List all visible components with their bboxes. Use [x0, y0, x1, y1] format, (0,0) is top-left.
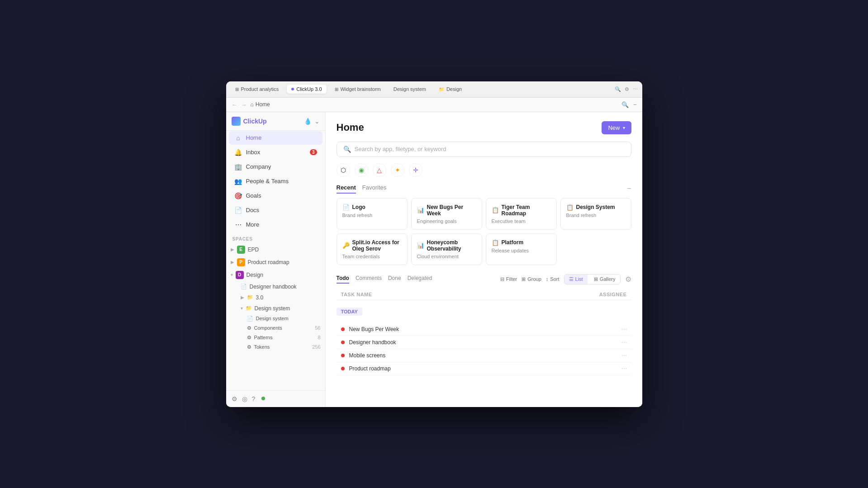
space-design[interactable]: ▾ D Design	[226, 269, 325, 281]
app-icon-github[interactable]: ⬡	[337, 163, 350, 177]
app-icon-add[interactable]: ✛	[409, 163, 422, 177]
search-bar-icon[interactable]: 🔍	[621, 101, 629, 108]
sort-icon: ↕	[546, 276, 549, 282]
tab-done[interactable]: Done	[388, 275, 401, 284]
task-row[interactable]: Mobile screens ⋯	[337, 349, 631, 362]
recent-cards-grid: 📄 Logo Brand refresh 📊 New Bugs Per Week…	[337, 198, 631, 265]
sub-item-design-system[interactable]: ▾ 📁 Design system	[226, 303, 325, 314]
minimize-icon[interactable]: −	[633, 101, 637, 108]
cog-icon-tok: ⚙	[247, 344, 251, 350]
sidebar-item-goals[interactable]: 🎯 Goals	[229, 189, 323, 203]
tab-recent[interactable]: Recent	[337, 184, 356, 194]
gallery-view-btn[interactable]: ⊞ Gallery	[589, 275, 620, 284]
task-more-icon[interactable]: ⋯	[621, 352, 627, 359]
card-tiger-team[interactable]: 📋 Tiger Team Roadmap Executive team	[486, 198, 557, 230]
inbox-badge: 3	[310, 149, 317, 155]
search-icon[interactable]: 🔍	[615, 86, 621, 92]
tab-delegated[interactable]: Delegated	[408, 275, 432, 284]
card-platform-icon: 📋	[492, 239, 499, 246]
new-button[interactable]: New ▾	[602, 121, 631, 134]
tasks-tabs: Todo Comments Done Delegated	[337, 275, 432, 284]
app-icon-settings[interactable]: ✦	[391, 163, 404, 177]
space-product-roadmap[interactable]: ▶ P Product roadmap	[226, 256, 325, 269]
view-toggle: ☰ List ⊞ Gallery	[564, 274, 621, 284]
chevron-down-icon[interactable]: ⌄	[314, 118, 320, 125]
sidebar-item-more[interactable]: ⋯ More	[229, 218, 323, 232]
card-split-io[interactable]: 🔑 Split.io Access for Oleg Serov Team cr…	[337, 233, 408, 265]
task-priority-dot	[341, 341, 345, 344]
cog-icon-comp: ⚙	[247, 325, 251, 331]
card-key-icon: 🔑	[342, 242, 350, 249]
sidebar-item-inbox[interactable]: 🔔 Inbox 3	[229, 146, 323, 159]
task-more-icon[interactable]: ⋯	[621, 339, 627, 346]
card-design-system[interactable]: 📋 Design System Brand refresh	[560, 198, 631, 230]
sidebar-header: ClickUp 💧 ⌄	[226, 112, 325, 131]
sub-item-designer-handbook[interactable]: 📄 Designer handbook	[226, 281, 325, 292]
task-row[interactable]: Designer handbook ⋯	[337, 336, 631, 349]
list-icon: ☰	[569, 276, 574, 282]
settings-footer-icon[interactable]: ⚙	[232, 395, 237, 403]
folder-icon: 📁	[439, 87, 444, 92]
dropbox-icon[interactable]: 💧	[304, 118, 312, 125]
ds-chevron: ▾	[241, 306, 243, 311]
sidebar-item-home[interactable]: ⌂ Home	[229, 131, 323, 145]
task-priority-dot	[341, 367, 345, 370]
help-footer-icon[interactable]: ?	[252, 395, 256, 403]
list-view-btn[interactable]: ☰ List	[564, 275, 588, 284]
tab-clickup[interactable]: ClickUp 3.0	[287, 85, 326, 94]
tab-widget-brainstorm[interactable]: ⊞ Widget brainstorm	[330, 85, 385, 94]
tasks-section: Todo Comments Done Delegated ⊟ Filter ⊞ …	[337, 274, 631, 375]
doc-icon-ss: 📄	[247, 316, 253, 322]
tab-icon: ⊞	[335, 87, 338, 92]
card-platform[interactable]: 📋 Platform Release updates	[486, 233, 557, 265]
sidebar-item-people-teams[interactable]: 👥 People & Teams	[229, 175, 323, 188]
recent-section-header: Recent Favorites −	[337, 184, 631, 194]
tab-design-system[interactable]: Design system	[389, 85, 431, 94]
task-row[interactable]: New Bugs Per Week ⋯	[337, 323, 631, 336]
page-title: Home	[337, 122, 364, 133]
app-icon-google[interactable]: ◉	[355, 163, 368, 177]
app-logo[interactable]: ClickUp	[232, 117, 267, 126]
gear-table-icon[interactable]: ⚙	[625, 275, 631, 284]
task-more-icon[interactable]: ⋯	[621, 365, 627, 372]
pr-chevron: ▶	[231, 260, 234, 265]
app-icon-figma[interactable]: △	[373, 163, 386, 177]
back-button[interactable]: ←	[232, 101, 237, 108]
forward-button[interactable]: →	[241, 101, 247, 108]
tab-favorites[interactable]: Favorites	[362, 184, 386, 194]
sub-sub-design-system[interactable]: 📄 Design system	[226, 314, 325, 323]
filter-button[interactable]: ⊟ Filter	[500, 276, 517, 282]
sidebar-item-company[interactable]: 🏢 Company	[229, 160, 323, 174]
sub-sub-tokens[interactable]: ⚙ Tokens 256	[226, 342, 325, 352]
sort-button[interactable]: ↕ Sort	[546, 276, 560, 282]
spaces-section-title: SPACES	[226, 232, 325, 243]
sub-sub-components[interactable]: ⚙ Components 56	[226, 323, 325, 333]
sub-item-3-0[interactable]: ▶ 📁 3.0	[226, 292, 325, 303]
settings-icon[interactable]: ⚙	[625, 86, 629, 92]
sidebar-header-icons: 💧 ⌄	[304, 118, 320, 125]
tab-design[interactable]: 📁 Design	[434, 85, 466, 94]
card-bugs[interactable]: 📊 New Bugs Per Week Engineering goals	[411, 198, 482, 230]
task-more-icon[interactable]: ⋯	[621, 326, 627, 332]
card-honeycomb[interactable]: 📊 Honeycomb Observability Cloud environm…	[411, 233, 482, 265]
card-obs-icon: 📊	[417, 242, 424, 249]
patterns-count: 8	[318, 335, 320, 340]
group-button[interactable]: ⊞ Group	[522, 276, 541, 282]
design-chevron: ▾	[231, 272, 233, 277]
collapse-recent-icon[interactable]: −	[627, 185, 631, 193]
tab-todo[interactable]: Todo	[337, 275, 349, 284]
task-row[interactable]: Product roadmap ⋯	[337, 362, 631, 375]
space-epd[interactable]: ▶ E EPD	[226, 243, 325, 256]
search-bar[interactable]: 🔍 Search by app, filetype, or keyword	[337, 142, 631, 157]
sidebar: ClickUp 💧 ⌄ ⌂ Home 🔔 Inbox 3 🏢 Company	[226, 112, 326, 407]
more-dots-icon: ⋯	[234, 221, 242, 228]
more-icon[interactable]: ⋯	[633, 86, 638, 92]
sub-sub-patterns[interactable]: ⚙ Patterns 8	[226, 333, 325, 342]
profile-footer-icon[interactable]: ◎	[242, 395, 247, 403]
folder-icon: 📁	[247, 294, 253, 300]
card-logo[interactable]: 📄 Logo Brand refresh	[337, 198, 408, 230]
sidebar-item-docs[interactable]: 📄 Docs	[229, 204, 323, 217]
card-chart-icon: 📊	[417, 207, 424, 213]
tab-product-analytics[interactable]: ⊞ Product analytics	[231, 85, 284, 94]
tab-comments[interactable]: Comments	[356, 275, 382, 284]
